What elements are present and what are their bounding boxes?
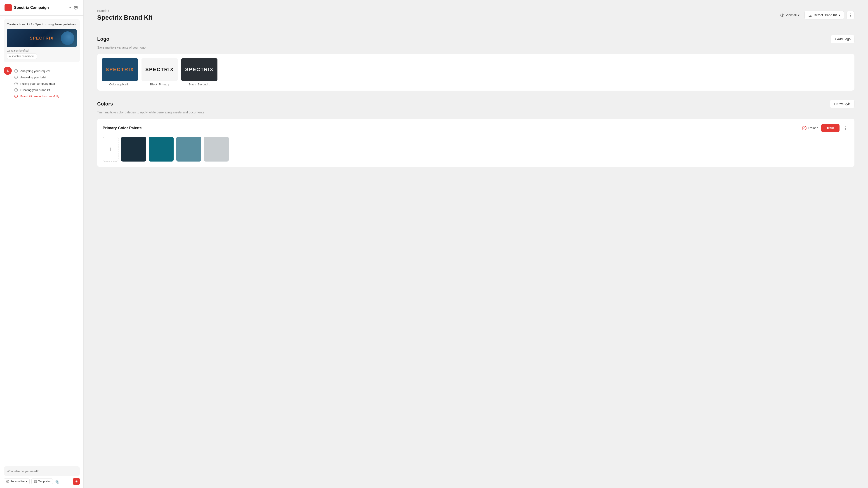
list-item: Pulling your company data	[14, 82, 59, 86]
color-swatch	[176, 137, 201, 162]
logo-section-header: Logo + Add Logo	[97, 35, 855, 43]
send-button[interactable]	[73, 478, 80, 485]
logo-text-black-primary: SPECTRIX	[145, 67, 174, 72]
avatar: S	[4, 67, 12, 75]
svg-point-6	[7, 481, 8, 482]
logo-item: SPECTRIX Color applicati...	[102, 58, 138, 86]
list-item: Brand kit created successfully	[14, 94, 59, 98]
breadcrumb: Brands /	[97, 9, 152, 13]
svg-point-12	[782, 15, 783, 16]
detect-chevron-icon: ▾	[839, 13, 840, 17]
app-logo-icon: !	[4, 4, 12, 11]
step-label: Analyzing your brief	[20, 76, 46, 79]
sidebar-actions: Personalize ▾ Templates 📎	[4, 478, 80, 485]
logo-label-black-primary: Black_Primary	[150, 83, 169, 86]
svg-point-0	[75, 7, 76, 8]
trained-label: Trained	[808, 126, 818, 130]
logo-preview-black-secondary: SPECTRIX	[181, 58, 217, 81]
personalize-button[interactable]: Personalize ▾	[4, 479, 30, 484]
brief-link-text: spectrix.com/about	[11, 55, 34, 58]
app-title: Spectrix Campaign	[14, 5, 67, 10]
more-options-button[interactable]: ⋮	[846, 11, 855, 19]
templates-label: Templates	[38, 480, 51, 483]
add-color-button[interactable]: +	[103, 137, 119, 162]
colors-section: Colors + New Style Train multiple color …	[97, 100, 855, 167]
analysis-steps: Analyzing your request Analyzing your br…	[14, 69, 59, 98]
logo-text-color: SPECTRIX	[105, 67, 134, 72]
step-label: Creating your brand kit	[20, 88, 50, 92]
trained-icon: ✓	[802, 126, 807, 130]
list-item: Analyzing your request	[14, 69, 59, 73]
logo-item: SPECTRIX Black_Primary	[142, 58, 178, 86]
logo-preview-black-primary: SPECTRIX	[142, 58, 178, 81]
logos-card: SPECTRIX Color applicati... SPECTRIX Bla…	[97, 54, 855, 91]
palette-title: Primary Color Palette	[103, 126, 142, 130]
templates-button[interactable]: Templates	[31, 479, 53, 484]
logo-section-title: Logo	[97, 36, 110, 42]
header-actions: View all ▾ Detect Brand Kit ▾ ⋮	[778, 9, 855, 20]
palette-more-button[interactable]: ⋮	[842, 125, 849, 131]
view-all-label: View all	[786, 13, 797, 17]
page-title: Spectrix Brand Kit	[97, 14, 152, 21]
colors-section-subtitle: Train multiple color palettes to apply w…	[97, 110, 855, 114]
brief-image: SPECTRIX	[7, 29, 76, 47]
brief-card: Create a brand kit for Spectrix using th…	[4, 19, 80, 62]
logo-preview-color: SPECTRIX	[102, 58, 138, 81]
page-title-group: Brands / Spectrix Brand Kit	[97, 9, 152, 28]
logo-text-black-secondary: SPECTRIX	[185, 67, 214, 72]
chat-input[interactable]	[7, 469, 76, 473]
svg-rect-9	[34, 482, 35, 483]
sidebar-header: ! Spectrix Campaign ▾	[0, 0, 84, 15]
color-swatch	[149, 137, 174, 162]
check-circle-icon	[14, 88, 18, 92]
color-swatch	[204, 137, 229, 162]
sidebar: ! Spectrix Campaign ▾ Create a brand kit…	[0, 0, 84, 488]
check-circle-icon	[14, 75, 18, 79]
brief-card-text: Create a brand kit for Spectrix using th…	[7, 22, 76, 26]
step-label-success: Brand kit created successfully	[20, 95, 59, 98]
detect-brand-kit-button[interactable]: Detect Brand Kit ▾	[804, 11, 844, 20]
chat-input-wrapper[interactable]	[4, 466, 80, 476]
svg-rect-10	[36, 482, 37, 483]
link-dot-icon	[9, 56, 11, 57]
brief-image-logo: SPECTRIX	[30, 36, 54, 41]
chevron-down-icon[interactable]: ▾	[69, 6, 71, 9]
color-swatches: +	[103, 137, 849, 162]
attach-icon[interactable]: 📎	[55, 480, 59, 484]
colors-section-header: Colors + New Style	[97, 100, 855, 108]
list-item: Analyzing your brief	[14, 75, 59, 79]
headphones-image	[61, 31, 74, 45]
svg-rect-7	[34, 480, 35, 481]
view-all-button[interactable]: View all ▾	[778, 11, 802, 19]
list-item: Creating your brand kit	[14, 88, 59, 92]
check-circle-icon	[14, 82, 18, 86]
check-circle-icon	[14, 69, 18, 73]
brief-filename: campaign-brief.pdf	[7, 49, 76, 52]
step-label: Analyzing your request	[20, 69, 50, 73]
view-all-chevron: ▾	[798, 13, 800, 17]
logo-section-subtitle: Save multiple variants of your logo	[97, 46, 855, 49]
svg-rect-8	[36, 480, 37, 481]
new-style-button[interactable]: + New Style	[830, 100, 855, 108]
colors-card: Primary Color Palette ✓ Trained Train ⋮ …	[97, 119, 855, 167]
page-header: Brands / Spectrix Brand Kit View all ▾ D…	[97, 9, 855, 28]
brief-link[interactable]: spectrix.com/about	[7, 54, 37, 59]
logo-item: SPECTRIX Black_Second...	[181, 58, 217, 86]
palette-actions: ✓ Trained Train ⋮	[802, 124, 849, 132]
palette-header: Primary Color Palette ✓ Trained Train ⋮	[103, 124, 849, 132]
color-swatch	[121, 137, 146, 162]
train-button[interactable]: Train	[821, 124, 839, 132]
logo-label-color: Color applicati...	[109, 83, 130, 86]
sidebar-bottom: Personalize ▾ Templates 📎	[0, 463, 84, 488]
success-circle-icon	[14, 94, 18, 98]
logo-section: Logo + Add Logo Save multiple variants o…	[97, 35, 855, 91]
personalize-chevron: ▾	[26, 480, 27, 483]
step-label: Pulling your company data	[20, 82, 55, 86]
colors-section-title: Colors	[97, 101, 113, 107]
logo-label-black-secondary: Black_Second...	[189, 83, 210, 86]
personalize-label: Personalize	[10, 480, 25, 483]
main-content: Brands / Spectrix Brand Kit View all ▾ D…	[84, 0, 868, 488]
trained-badge: ✓ Trained	[802, 126, 818, 130]
add-logo-button[interactable]: + Add Logo	[831, 35, 855, 43]
gear-icon[interactable]	[73, 5, 79, 11]
